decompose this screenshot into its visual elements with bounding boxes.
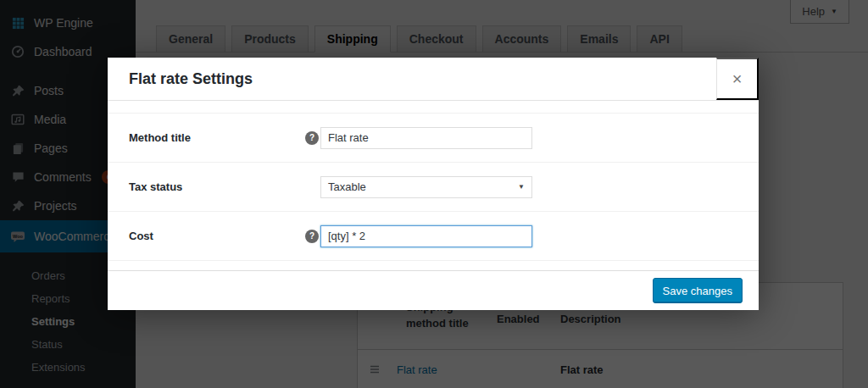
modal-footer: Save changes: [108, 270, 759, 310]
cost-label: Cost: [108, 230, 305, 242]
flat-rate-settings-modal: Flat rate Settings × Method title ? Tax …: [108, 58, 759, 310]
modal-body: Method title ? Tax status Taxable ▼ Cost…: [108, 113, 759, 261]
tax-status-label: Tax status: [108, 180, 305, 193]
wp-admin-page: WP Engine Dashboard Posts Media Pages: [0, 0, 868, 388]
close-icon[interactable]: ×: [716, 58, 759, 100]
method-title-label: Method title: [108, 131, 305, 144]
cost-input[interactable]: [320, 225, 532, 247]
save-changes-button[interactable]: Save changes: [653, 278, 743, 303]
method-title-input[interactable]: [320, 127, 532, 149]
help-tip-icon[interactable]: ?: [305, 230, 319, 243]
help-tip-icon[interactable]: ?: [305, 131, 319, 145]
modal-header: Flat rate Settings ×: [108, 58, 759, 101]
tax-status-select[interactable]: Taxable ▼: [320, 176, 532, 198]
method-title-row: Method title ?: [108, 113, 759, 162]
chevron-down-icon: ▼: [518, 183, 525, 191]
tax-status-selected-value: Taxable: [328, 180, 366, 193]
tax-status-row: Tax status Taxable ▼: [108, 162, 759, 211]
modal-title: Flat rate Settings: [108, 58, 759, 100]
cost-row: Cost ?: [108, 211, 759, 261]
